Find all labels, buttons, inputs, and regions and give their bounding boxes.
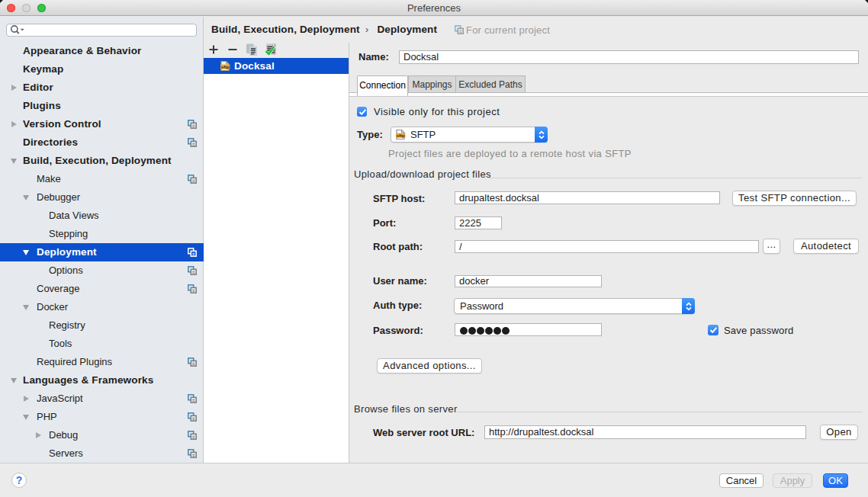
svg-text:sftp: sftp [221, 64, 230, 69]
svg-text:sftp: sftp [397, 133, 406, 138]
